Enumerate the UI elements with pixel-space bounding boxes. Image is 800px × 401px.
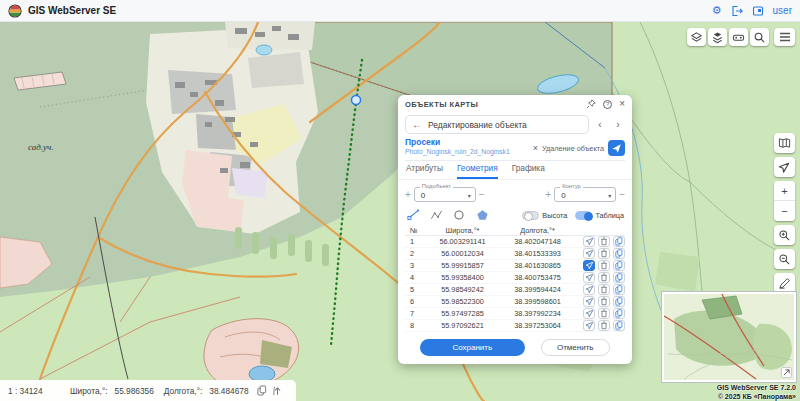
zoom-out-icon[interactable]: − (774, 201, 795, 221)
delete-point-button[interactable] (598, 296, 610, 307)
locate-point-button[interactable] (583, 248, 595, 259)
delete-point-button[interactable] (598, 272, 610, 283)
locate-point-button[interactable] (583, 272, 595, 283)
contour-label: Контур (560, 184, 583, 190)
copy-point-button[interactable] (613, 236, 625, 247)
latitude-value[interactable]: 55.97497285 (425, 309, 500, 318)
edit-map-icon[interactable] (774, 273, 795, 293)
object-name-link[interactable]: Просеки (405, 137, 510, 147)
delete-point-button[interactable] (598, 248, 610, 259)
next-object-button[interactable]: › (611, 116, 625, 134)
delete-point-button[interactable] (598, 284, 610, 295)
subobject-remove-button[interactable]: − (479, 190, 485, 200)
longitude-value[interactable]: 38.397992234 (500, 309, 575, 318)
longitude-value[interactable]: 38.401533393 (500, 249, 575, 258)
table-row: 555.9854924238.399594424 (405, 284, 625, 296)
latitude-value[interactable]: 56.00012034 (425, 249, 500, 258)
contour-remove-button[interactable]: − (619, 190, 625, 200)
prev-object-button[interactable]: ‹ (593, 116, 607, 134)
overview-minimap[interactable] (662, 292, 796, 382)
dialog-footer: Сохранить Отменить (420, 339, 610, 356)
locate-cursor-icon[interactable] (774, 157, 795, 177)
pin-panel-icon[interactable] (586, 99, 596, 109)
arrow-up-icon[interactable] (271, 384, 284, 397)
copy-point-button[interactable] (613, 320, 625, 331)
circle-tool-icon[interactable] (452, 209, 466, 221)
tab-attributes[interactable]: Атрибуты (406, 163, 443, 179)
user-menu[interactable]: user (773, 5, 792, 16)
latitude-value[interactable]: 55.98549242 (425, 285, 500, 294)
tab-geometry[interactable]: Геометрия (457, 163, 498, 179)
copy-point-button[interactable] (613, 272, 625, 283)
vertex-marker[interactable] (352, 96, 361, 105)
magnify-out-icon[interactable] (774, 249, 795, 269)
locate-point-button[interactable] (583, 260, 595, 271)
longitude-value[interactable]: 38.397253064 (500, 321, 575, 330)
latitude-value[interactable]: 55.99358400 (425, 273, 500, 282)
subobject-select[interactable]: Подобъект 0 ▾ (414, 187, 476, 202)
longitude-value[interactable]: 38.400753475 (500, 273, 575, 282)
add-point-tool-icon[interactable] (406, 209, 420, 221)
latitude-value[interactable]: 55.97092621 (425, 321, 500, 330)
height-toggle[interactable] (522, 211, 539, 220)
polyline-tool-icon[interactable] (429, 209, 443, 221)
delete-point-button[interactable] (598, 308, 610, 319)
longitude-value[interactable]: 38.399594424 (500, 285, 575, 294)
edit-header-title: Редактирование объекта (428, 120, 527, 130)
apply-geometry-button[interactable] (608, 140, 625, 156)
longitude-value[interactable]: 38.401630865 (500, 261, 575, 270)
delete-point-button[interactable] (598, 236, 610, 247)
map-side-toolbar: + − (774, 133, 795, 293)
copy-point-button[interactable] (613, 284, 625, 295)
dialog-header: ОБЪЕКТЫ КАРТЫ ? × (398, 95, 632, 111)
layers-icon[interactable] (687, 28, 706, 46)
height-toggle-label: Высота (542, 211, 567, 220)
latitude-value[interactable]: 55.99915857 (425, 261, 500, 270)
longitude-value[interactable]: 38.399598601 (500, 297, 575, 306)
locate-point-button[interactable] (583, 296, 595, 307)
magnify-in-icon[interactable] (774, 225, 795, 245)
subobject-add-button[interactable]: + (405, 190, 411, 200)
zoom-in-icon[interactable]: + (774, 181, 795, 201)
contour-select[interactable]: Контур 0 ▾ (554, 187, 616, 202)
copy-point-button[interactable] (613, 296, 625, 307)
cancel-button[interactable]: Отменить (541, 339, 610, 356)
polygon-tool-icon[interactable] (475, 209, 489, 221)
minimap-canvas (664, 294, 794, 380)
copy-coordinates-icon[interactable] (256, 384, 269, 397)
legend-book-icon[interactable] (774, 133, 795, 153)
hamburger-menu-icon[interactable] (774, 28, 795, 46)
search-icon[interactable] (750, 28, 769, 46)
help-icon[interactable]: ? (603, 100, 612, 109)
point-index: 2 (405, 249, 425, 258)
save-button[interactable]: Сохранить (420, 339, 525, 356)
copy-point-button[interactable] (613, 308, 625, 319)
layer-stack-icon[interactable] (708, 28, 727, 46)
delete-point-button[interactable] (598, 260, 610, 271)
contour-add-button[interactable]: + (545, 190, 551, 200)
table-toggle[interactable] (575, 211, 592, 220)
copy-point-button[interactable] (613, 248, 625, 259)
locate-point-button[interactable] (583, 320, 595, 331)
longitude-value[interactable]: 38.402047148 (500, 237, 575, 246)
logout-icon[interactable] (731, 5, 743, 17)
tab-graphics[interactable]: Графика (512, 163, 545, 179)
locate-point-button[interactable] (583, 308, 595, 319)
locate-point-button[interactable] (583, 236, 595, 247)
latitude-value[interactable]: 56.003291141 (425, 237, 500, 246)
locate-point-button[interactable] (583, 284, 595, 295)
panel-window-icon[interactable] (752, 5, 764, 17)
close-icon[interactable]: × (619, 99, 625, 109)
latitude-value[interactable]: 55.98522300 (425, 297, 500, 306)
object-info-row: Просеки Photo_Noginsk_ruin_2d_Noginsk1 ×… (405, 137, 625, 161)
delete-point-button[interactable] (598, 320, 610, 331)
point-index: 6 (405, 297, 425, 306)
settings-gear-icon[interactable]: ⚙ (712, 5, 722, 16)
coordinates-table: № Широта,°* Долгота,°* 156.00329114138.4… (405, 225, 625, 332)
copy-point-button[interactable] (613, 260, 625, 271)
back-arrow-icon[interactable]: ← (412, 119, 422, 130)
minimap-toggle-button[interactable] (781, 367, 792, 378)
map-scale[interactable]: 1 : 34124 (8, 386, 60, 396)
delete-x-icon[interactable]: × (533, 144, 538, 153)
stereo-3d-icon[interactable] (729, 28, 748, 46)
